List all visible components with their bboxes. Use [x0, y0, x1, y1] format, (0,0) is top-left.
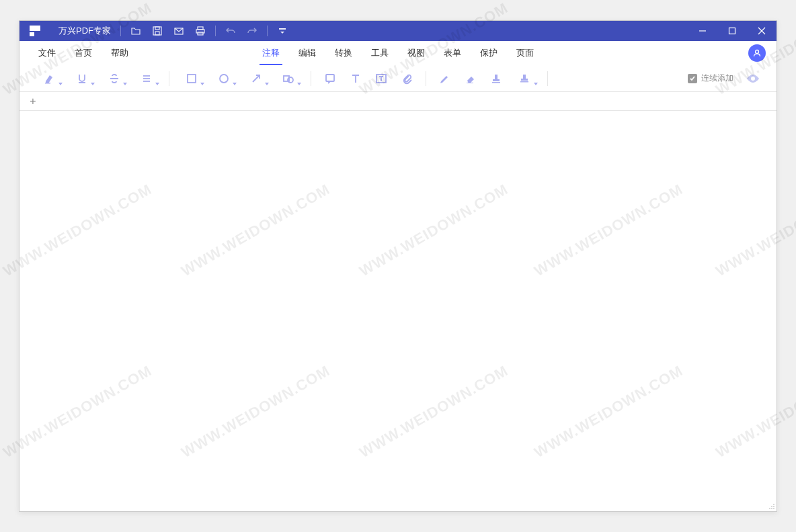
svg-rect-24	[326, 75, 334, 81]
circle-tool[interactable]	[212, 71, 235, 87]
svg-rect-15	[45, 83, 50, 84]
menu-file[interactable]: 文件	[29, 41, 65, 65]
svg-point-14	[756, 50, 759, 54]
svg-rect-29	[492, 82, 500, 83]
tab-protect[interactable]: 保护	[471, 41, 507, 65]
separator	[120, 26, 121, 36]
stamp-tool[interactable]	[488, 71, 504, 87]
continuous-add-checkbox[interactable]: 连续添加	[688, 73, 733, 84]
app-window: 万兴PDF专家 文件 首页 帮助 注释 编辑	[19, 20, 777, 512]
tab-page[interactable]: 页面	[507, 41, 543, 65]
tab-edit[interactable]: 编辑	[289, 41, 325, 65]
svg-rect-1	[30, 32, 34, 36]
maximize-button[interactable]	[717, 21, 747, 41]
tab-forms[interactable]: 表单	[434, 41, 471, 65]
redo-icon[interactable]	[247, 26, 257, 36]
svg-point-20	[220, 75, 228, 83]
stamp-dropdown[interactable]	[514, 71, 536, 87]
svg-rect-30	[523, 75, 526, 79]
note-tool[interactable]	[322, 71, 338, 87]
user-avatar-button[interactable]	[748, 44, 766, 62]
print-icon[interactable]	[195, 26, 206, 36]
checkbox-label: 连续添加	[701, 73, 733, 84]
svg-rect-0	[30, 26, 40, 31]
document-tabstrip: +	[19, 92, 777, 111]
svg-rect-11	[729, 28, 735, 34]
svg-point-33	[773, 504, 774, 505]
svg-point-38	[773, 508, 774, 509]
minimize-button[interactable]	[688, 21, 717, 41]
menu-help[interactable]: 帮助	[102, 41, 138, 65]
tab-convert[interactable]: 转换	[325, 41, 362, 65]
tab-view[interactable]: 视图	[398, 41, 434, 65]
svg-point-35	[773, 506, 774, 507]
save-icon[interactable]	[152, 26, 163, 36]
eraser-tool[interactable]	[463, 71, 479, 87]
text-tool[interactable]	[348, 71, 364, 87]
add-tab-button[interactable]: +	[26, 95, 40, 108]
svg-rect-3	[155, 27, 159, 30]
shape-tool[interactable]	[277, 71, 300, 87]
visibility-toggle-icon[interactable]	[746, 73, 760, 84]
tab-tools[interactable]: 工具	[362, 41, 398, 65]
svg-rect-31	[521, 79, 528, 81]
app-logo-icon	[28, 24, 42, 38]
textbox-tool[interactable]	[373, 71, 389, 87]
svg-rect-8	[198, 32, 203, 35]
strikethrough-tool[interactable]	[103, 71, 126, 87]
arrow-tool[interactable]	[245, 71, 268, 87]
undo-icon[interactable]	[225, 26, 236, 36]
svg-rect-19	[188, 75, 196, 83]
list-tool[interactable]	[135, 71, 158, 87]
checkbox-icon	[688, 74, 697, 83]
close-button[interactable]	[747, 21, 777, 41]
content-area	[19, 111, 777, 511]
titlebar: 万兴PDF专家	[19, 21, 777, 41]
rectangle-tool[interactable]	[180, 71, 203, 87]
dropdown-icon[interactable]	[277, 26, 288, 36]
menubar: 文件 首页 帮助 注释 编辑 转换 工具 视图 表单 保护 页面	[19, 41, 777, 65]
resize-grip-icon[interactable]	[768, 503, 775, 510]
toolbar: 连续添加	[19, 65, 777, 92]
pencil-tool[interactable]	[437, 71, 453, 87]
svg-rect-2	[153, 27, 161, 35]
separator	[547, 71, 548, 86]
tab-annotate[interactable]: 注释	[253, 41, 289, 65]
separator	[267, 26, 268, 36]
svg-rect-32	[520, 81, 528, 83]
svg-rect-27	[495, 75, 497, 79]
app-title: 万兴PDF专家	[58, 25, 111, 37]
svg-rect-28	[493, 79, 500, 81]
svg-rect-26	[467, 83, 473, 83]
separator	[215, 26, 216, 36]
menu-home[interactable]: 首页	[65, 41, 102, 65]
svg-rect-9	[279, 28, 286, 30]
svg-rect-4	[155, 32, 159, 35]
underline-tool[interactable]	[71, 71, 93, 87]
highlight-tool[interactable]	[38, 71, 61, 87]
open-folder-icon[interactable]	[130, 26, 141, 36]
svg-line-21	[253, 75, 260, 82]
attachment-tool[interactable]	[399, 71, 415, 87]
svg-point-36	[769, 508, 770, 509]
svg-point-34	[771, 506, 772, 507]
svg-point-37	[771, 508, 772, 509]
mail-icon[interactable]	[173, 26, 184, 36]
